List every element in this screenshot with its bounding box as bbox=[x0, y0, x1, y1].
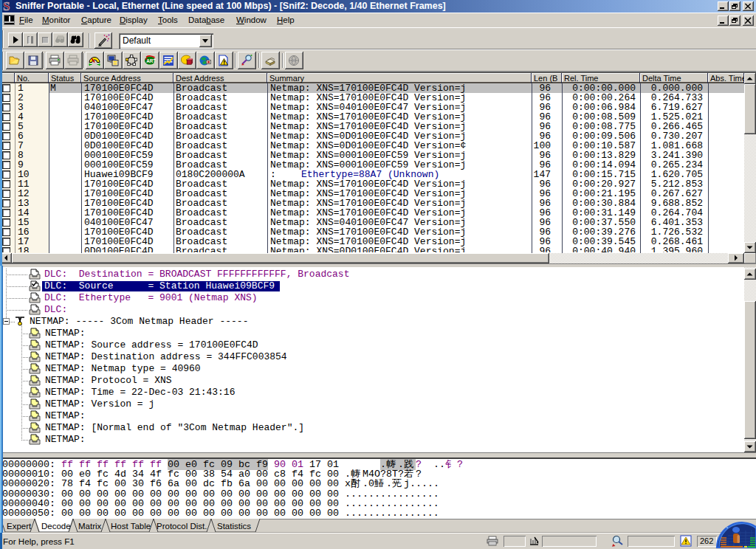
svg-text:S: S bbox=[3, 1, 10, 12]
svg-text:ART: ART bbox=[146, 58, 156, 63]
